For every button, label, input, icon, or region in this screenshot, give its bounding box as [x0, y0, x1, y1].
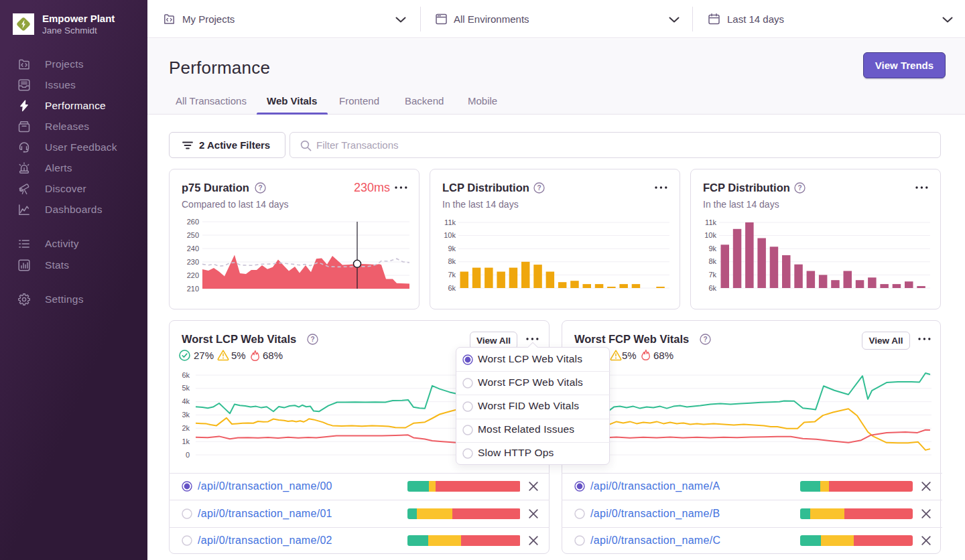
svg-text:7k: 7k: [708, 271, 716, 279]
svg-text:7k: 7k: [448, 271, 456, 279]
svg-text:220: 220: [187, 271, 199, 279]
svg-text:?: ?: [258, 184, 262, 192]
svg-text:6k: 6k: [448, 284, 456, 292]
svg-text:10k: 10k: [444, 231, 456, 239]
svg-text:11k: 11k: [705, 218, 716, 226]
svg-text:?: ?: [537, 184, 541, 192]
svg-text:6k: 6k: [708, 284, 716, 292]
svg-text:4k: 4k: [182, 397, 190, 405]
svg-text:10k: 10k: [704, 231, 716, 239]
svg-text:?: ?: [797, 184, 801, 192]
svg-text:230: 230: [187, 258, 199, 266]
svg-text:2k: 2k: [182, 424, 190, 432]
svg-text:9k: 9k: [708, 244, 716, 253]
svg-text:240: 240: [187, 244, 199, 253]
svg-text:260: 260: [187, 218, 199, 226]
svg-text:8k: 8k: [708, 257, 716, 265]
svg-text:0: 0: [186, 451, 190, 459]
svg-text:11k: 11k: [444, 218, 456, 226]
svg-text:1k: 1k: [182, 437, 190, 445]
svg-text:3k: 3k: [182, 411, 190, 419]
svg-text:?: ?: [703, 336, 707, 343]
svg-text:8k: 8k: [448, 257, 456, 265]
svg-text:210: 210: [187, 285, 199, 293]
svg-text:9k: 9k: [448, 244, 456, 253]
svg-text:6k: 6k: [182, 371, 190, 379]
svg-text:250: 250: [187, 231, 199, 239]
svg-text:?: ?: [310, 336, 314, 343]
svg-text:5k: 5k: [182, 384, 190, 392]
